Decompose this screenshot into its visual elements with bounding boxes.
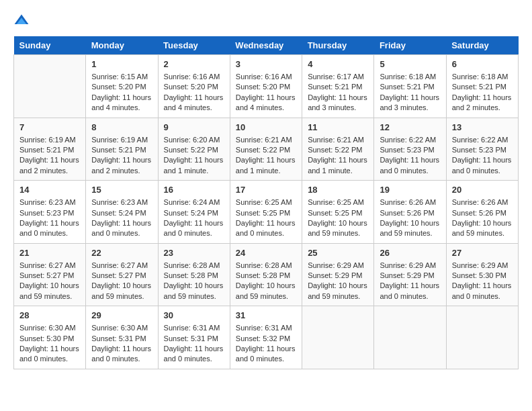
calendar-cell: 15Sunrise: 6:23 AM Sunset: 5:24 PM Dayli… [86,181,158,244]
day-number: 4 [308,59,368,69]
day-info: Sunrise: 6:31 AM Sunset: 5:31 PM Dayligh… [164,323,224,365]
calendar-cell [446,306,518,369]
day-info: Sunrise: 6:23 AM Sunset: 5:24 PM Dayligh… [91,197,152,239]
day-info: Sunrise: 6:30 AM Sunset: 5:31 PM Dayligh… [91,323,152,365]
col-header-tuesday: Tuesday [158,36,230,55]
day-number: 3 [236,59,296,69]
day-info: Sunrise: 6:20 AM Sunset: 5:22 PM Dayligh… [164,135,224,177]
calendar-cell: 31Sunrise: 6:31 AM Sunset: 5:32 PM Dayli… [230,306,302,369]
calendar-cell: 10Sunrise: 6:21 AM Sunset: 5:22 PM Dayli… [230,118,302,181]
day-info: Sunrise: 6:29 AM Sunset: 5:30 PM Dayligh… [452,261,513,302]
calendar-cell: 29Sunrise: 6:30 AM Sunset: 5:31 PM Dayli… [86,306,158,369]
day-number: 13 [452,122,513,132]
day-info: Sunrise: 6:28 AM Sunset: 5:28 PM Dayligh… [236,261,296,302]
page-header [13,13,519,30]
calendar-body: 1Sunrise: 6:15 AM Sunset: 5:20 PM Daylig… [14,55,519,369]
day-info: Sunrise: 6:19 AM Sunset: 5:21 PM Dayligh… [91,135,152,177]
calendar-cell: 7Sunrise: 6:19 AM Sunset: 5:21 PM Daylig… [14,118,86,181]
col-header-saturday: Saturday [446,36,518,55]
day-number: 17 [236,185,296,195]
day-info: Sunrise: 6:21 AM Sunset: 5:22 PM Dayligh… [308,135,368,177]
day-info: Sunrise: 6:27 AM Sunset: 5:27 PM Dayligh… [19,261,80,302]
day-info: Sunrise: 6:25 AM Sunset: 5:25 PM Dayligh… [236,197,296,239]
day-number: 1 [91,59,152,69]
day-number: 5 [380,59,440,69]
col-header-sunday: Sunday [14,36,86,55]
calendar-cell: 12Sunrise: 6:22 AM Sunset: 5:23 PM Dayli… [374,118,446,181]
logo [13,13,32,30]
calendar-cell [302,306,374,369]
day-number: 14 [19,185,80,195]
calendar-cell: 28Sunrise: 6:30 AM Sunset: 5:30 PM Dayli… [14,306,86,369]
calendar-table: SundayMondayTuesdayWednesdayThursdayFrid… [13,36,519,369]
col-header-thursday: Thursday [302,36,374,55]
week-row-3: 14Sunrise: 6:23 AM Sunset: 5:23 PM Dayli… [14,181,519,244]
week-row-5: 28Sunrise: 6:30 AM Sunset: 5:30 PM Dayli… [14,306,519,369]
day-number: 18 [308,185,368,195]
calendar-cell: 22Sunrise: 6:27 AM Sunset: 5:27 PM Dayli… [86,243,158,306]
col-header-friday: Friday [374,36,446,55]
day-number: 6 [452,59,513,69]
day-info: Sunrise: 6:16 AM Sunset: 5:20 PM Dayligh… [236,72,296,113]
calendar-cell [374,306,446,369]
col-header-monday: Monday [86,36,158,55]
calendar-cell: 21Sunrise: 6:27 AM Sunset: 5:27 PM Dayli… [14,243,86,306]
day-number: 27 [452,248,513,258]
day-info: Sunrise: 6:22 AM Sunset: 5:23 PM Dayligh… [452,135,513,177]
day-info: Sunrise: 6:29 AM Sunset: 5:29 PM Dayligh… [380,261,440,302]
day-number: 25 [308,248,368,258]
calendar-cell: 17Sunrise: 6:25 AM Sunset: 5:25 PM Dayli… [230,181,302,244]
day-number: 9 [164,122,224,132]
day-info: Sunrise: 6:26 AM Sunset: 5:26 PM Dayligh… [380,197,440,239]
day-number: 15 [91,185,152,195]
calendar-cell: 4Sunrise: 6:17 AM Sunset: 5:21 PM Daylig… [302,55,374,118]
day-info: Sunrise: 6:23 AM Sunset: 5:23 PM Dayligh… [19,197,80,239]
day-number: 23 [164,248,224,258]
calendar-cell: 14Sunrise: 6:23 AM Sunset: 5:23 PM Dayli… [14,181,86,244]
calendar-cell: 27Sunrise: 6:29 AM Sunset: 5:30 PM Dayli… [446,243,518,306]
calendar-cell: 11Sunrise: 6:21 AM Sunset: 5:22 PM Dayli… [302,118,374,181]
day-number: 11 [308,122,368,132]
calendar-cell: 19Sunrise: 6:26 AM Sunset: 5:26 PM Dayli… [374,181,446,244]
week-row-2: 7Sunrise: 6:19 AM Sunset: 5:21 PM Daylig… [14,118,519,181]
calendar-cell: 20Sunrise: 6:26 AM Sunset: 5:26 PM Dayli… [446,181,518,244]
calendar-cell: 24Sunrise: 6:28 AM Sunset: 5:28 PM Dayli… [230,243,302,306]
day-info: Sunrise: 6:24 AM Sunset: 5:24 PM Dayligh… [164,197,224,239]
calendar-cell: 25Sunrise: 6:29 AM Sunset: 5:29 PM Dayli… [302,243,374,306]
day-number: 26 [380,248,440,258]
day-number: 31 [236,310,296,320]
day-info: Sunrise: 6:16 AM Sunset: 5:20 PM Dayligh… [164,72,224,113]
calendar-cell: 3Sunrise: 6:16 AM Sunset: 5:20 PM Daylig… [230,55,302,118]
calendar-cell: 5Sunrise: 6:18 AM Sunset: 5:21 PM Daylig… [374,55,446,118]
day-info: Sunrise: 6:17 AM Sunset: 5:21 PM Dayligh… [308,72,368,113]
col-header-wednesday: Wednesday [230,36,302,55]
calendar-cell: 16Sunrise: 6:24 AM Sunset: 5:24 PM Dayli… [158,181,230,244]
day-info: Sunrise: 6:27 AM Sunset: 5:27 PM Dayligh… [91,261,152,302]
calendar-cell: 2Sunrise: 6:16 AM Sunset: 5:20 PM Daylig… [158,55,230,118]
day-number: 28 [19,310,80,320]
day-number: 30 [164,310,224,320]
week-row-1: 1Sunrise: 6:15 AM Sunset: 5:20 PM Daylig… [14,55,519,118]
day-number: 16 [164,185,224,195]
day-info: Sunrise: 6:15 AM Sunset: 5:20 PM Dayligh… [91,72,152,113]
day-number: 29 [91,310,152,320]
day-info: Sunrise: 6:29 AM Sunset: 5:29 PM Dayligh… [308,261,368,302]
day-number: 7 [19,122,80,132]
calendar-cell: 13Sunrise: 6:22 AM Sunset: 5:23 PM Dayli… [446,118,518,181]
day-number: 24 [236,248,296,258]
day-number: 19 [380,185,440,195]
day-number: 2 [164,59,224,69]
day-info: Sunrise: 6:30 AM Sunset: 5:30 PM Dayligh… [19,323,80,365]
day-info: Sunrise: 6:18 AM Sunset: 5:21 PM Dayligh… [452,72,513,113]
calendar-cell: 8Sunrise: 6:19 AM Sunset: 5:21 PM Daylig… [86,118,158,181]
day-number: 20 [452,185,513,195]
day-info: Sunrise: 6:19 AM Sunset: 5:21 PM Dayligh… [19,135,80,177]
day-number: 22 [91,248,152,258]
calendar-cell: 23Sunrise: 6:28 AM Sunset: 5:28 PM Dayli… [158,243,230,306]
calendar-cell [14,55,86,118]
day-info: Sunrise: 6:28 AM Sunset: 5:28 PM Dayligh… [164,261,224,302]
day-number: 8 [91,122,152,132]
calendar-header-row: SundayMondayTuesdayWednesdayThursdayFrid… [14,36,519,55]
day-info: Sunrise: 6:26 AM Sunset: 5:26 PM Dayligh… [452,197,513,239]
day-info: Sunrise: 6:25 AM Sunset: 5:25 PM Dayligh… [308,197,368,239]
